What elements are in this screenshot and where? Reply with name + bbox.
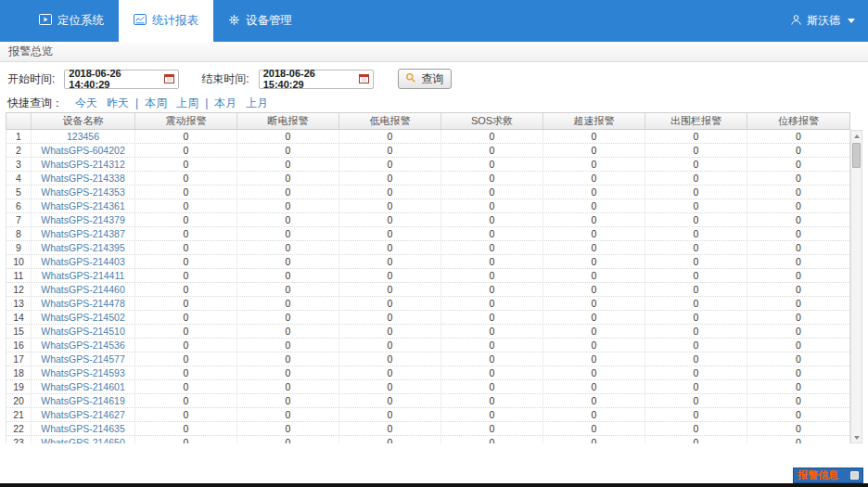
section-title-bar: 报警总览 — [0, 42, 868, 62]
alarm-count-cell: 0 — [747, 130, 849, 143]
quick-link-today[interactable]: 今天 — [75, 96, 97, 109]
alarm-count-cell: 0 — [237, 186, 339, 199]
tab-positioning-system[interactable]: 定位系统 — [24, 0, 119, 42]
tab-device-management[interactable]: 设备管理 — [213, 0, 307, 42]
device-name-link[interactable]: WhatsGPS-214478 — [41, 298, 124, 309]
alarm-count-cell: 0 — [441, 158, 543, 171]
query-button[interactable]: 查询 — [398, 69, 452, 89]
alarm-count-cell: 0 — [339, 325, 441, 338]
row-number: 15 — [6, 325, 32, 338]
alarm-count-cell: 0 — [543, 213, 645, 226]
quick-link-last-week[interactable]: 上周 — [176, 96, 198, 109]
quick-links: 今天昨天|本周上周|本月上月 — [70, 96, 273, 111]
alarm-count-cell: 0 — [339, 339, 441, 352]
table-row: 6WhatsGPS-2143610000000 — [6, 199, 849, 213]
alarm-count-cell: 0 — [135, 436, 237, 443]
device-name-link[interactable]: WhatsGPS-214619 — [41, 395, 124, 406]
device-name-link[interactable]: WhatsGPS-214460 — [41, 284, 124, 295]
alarm-count-cell: 0 — [645, 325, 747, 338]
device-name-link[interactable]: WhatsGPS-214403 — [41, 256, 124, 267]
device-name-link[interactable]: WhatsGPS-214650 — [41, 437, 124, 443]
device-name-link[interactable]: WhatsGPS-214502 — [41, 312, 124, 323]
alarm-count-cell: 0 — [135, 380, 237, 393]
row-number: 7 — [6, 213, 32, 226]
alarm-count-cell: 0 — [339, 394, 441, 407]
quick-link-this-week[interactable]: 本周 — [145, 96, 167, 109]
quick-link-yesterday[interactable]: 昨天 — [107, 96, 129, 109]
alarm-count-cell: 0 — [543, 311, 645, 324]
column-header-4: SOS求救 — [441, 113, 543, 129]
table-row: 8WhatsGPS-2143870000000 — [6, 227, 849, 241]
alarm-overview-table: 设备名称震动报警断电报警低电报警SOS求救超速报警出围栏报警位移报警 11234… — [6, 112, 862, 443]
alarm-info-label: 报警信息 — [798, 468, 838, 482]
alarm-count-cell: 0 — [135, 325, 237, 338]
alarm-count-cell: 0 — [747, 352, 849, 365]
device-name-link[interactable]: 123456 — [67, 131, 99, 142]
alarm-count-cell: 0 — [645, 241, 747, 254]
row-number: 5 — [6, 186, 32, 199]
end-time-label: 结束时间: — [201, 71, 249, 87]
alarm-count-cell: 0 — [747, 186, 849, 199]
alarm-count-cell: 0 — [135, 352, 237, 365]
alarm-count-cell: 0 — [339, 297, 441, 310]
device-name-link[interactable]: WhatsGPS-214395 — [41, 242, 124, 253]
column-header-2: 断电报警 — [237, 113, 339, 129]
alarm-count-cell: 0 — [543, 339, 645, 352]
device-name-link[interactable]: WhatsGPS-214361 — [41, 200, 124, 211]
alarm-count-cell: 0 — [237, 130, 339, 143]
device-name-link[interactable]: WhatsGPS-214601 — [41, 381, 124, 392]
alarm-count-cell: 0 — [237, 352, 339, 365]
quick-link-last-month[interactable]: 上月 — [246, 96, 268, 109]
calendar-icon[interactable] — [164, 73, 174, 85]
device-name-link[interactable]: WhatsGPS-214353 — [41, 186, 124, 198]
user-menu[interactable]: 斯沃德 — [790, 0, 868, 42]
device-name-link[interactable]: WhatsGPS-214379 — [41, 214, 124, 225]
alarm-count-cell: 0 — [237, 283, 339, 296]
alarm-info-badge[interactable]: 报警信息 — [793, 468, 863, 483]
alarm-count-cell: 0 — [747, 158, 849, 171]
scroll-down-arrow[interactable] — [851, 432, 862, 442]
row-number: 13 — [6, 297, 32, 310]
alarm-count-cell: 0 — [237, 158, 339, 171]
alarm-count-cell: 0 — [543, 422, 645, 435]
device-name-link[interactable]: WhatsGPS-214536 — [41, 340, 124, 351]
device-name-link[interactable]: WhatsGPS-214411 — [42, 270, 125, 281]
alarm-count-cell: 0 — [339, 269, 441, 282]
start-time-label: 开始时间: — [7, 71, 55, 87]
device-name-link[interactable]: WhatsGPS-214312 — [41, 159, 124, 170]
alarm-count-cell: 0 — [339, 436, 441, 443]
alarm-count-cell: 0 — [543, 144, 645, 157]
alarm-count-cell: 0 — [747, 380, 849, 393]
calendar-icon[interactable] — [359, 73, 369, 85]
device-name-link[interactable]: WhatsGPS-604202 — [41, 145, 124, 156]
tab-label: 统计报表 — [152, 13, 198, 29]
scroll-up-arrow[interactable] — [851, 131, 862, 141]
quick-link-this-month[interactable]: 本月 — [214, 96, 236, 109]
device-name-link[interactable]: WhatsGPS-214387 — [41, 228, 124, 239]
quick-link-separator: | — [135, 96, 138, 109]
device-name-link[interactable]: WhatsGPS-214635 — [41, 423, 124, 434]
row-number: 10 — [6, 255, 32, 268]
tab-statistics-report[interactable]: 统计报表 — [119, 0, 213, 42]
alarm-count-cell: 0 — [135, 172, 237, 185]
device-name-link[interactable]: WhatsGPS-214627 — [41, 409, 124, 420]
alarm-count-cell: 0 — [441, 339, 543, 352]
device-name-link[interactable]: WhatsGPS-214338 — [41, 173, 124, 184]
device-name-link[interactable]: WhatsGPS-214510 — [41, 326, 124, 337]
alarm-count-cell: 0 — [441, 394, 543, 407]
alarm-count-cell: 0 — [135, 158, 237, 171]
alarm-count-cell: 0 — [543, 158, 645, 171]
scroll-thumb[interactable] — [852, 143, 861, 168]
alarm-count-cell: 0 — [441, 352, 543, 365]
alarm-count-cell: 0 — [543, 352, 645, 365]
end-time-input[interactable]: 2018-06-26 15:40:29 — [259, 70, 374, 89]
table-row: 20WhatsGPS-2146190000000 — [6, 394, 849, 408]
row-number-header — [6, 113, 32, 129]
start-time-input[interactable]: 2018-06-26 14:40:29 — [64, 70, 179, 89]
table-scrollbar[interactable] — [850, 130, 862, 443]
alarm-count-cell: 0 — [237, 394, 339, 407]
alarm-count-cell: 0 — [645, 366, 747, 379]
alarm-count-cell: 0 — [339, 158, 441, 171]
device-name-link[interactable]: WhatsGPS-214577 — [41, 353, 124, 365]
device-name-link[interactable]: WhatsGPS-214593 — [41, 367, 124, 378]
